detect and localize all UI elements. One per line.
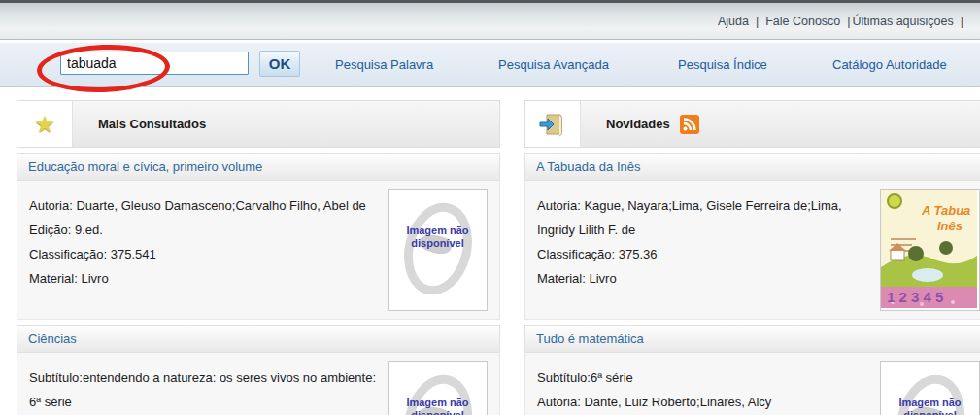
panel-novidades: Novidades A Tabuada da Inês Autoria: Kag… [524,100,980,415]
item-body: Autoria: Kague, Nayara;Lima, Gisele Ferr… [524,181,980,320]
item-line: Classificação: 375.36 [537,242,868,266]
panel-header: Novidades [524,100,980,148]
search-input[interactable] [60,52,249,75]
rss-icon[interactable] [680,115,699,134]
topbar-link-fale-conosco[interactable]: Fale Conosco [765,15,840,28]
nav-pesquisa-indice[interactable]: Pesquisa Índice [678,43,767,86]
new-book-icon [525,101,581,147]
book-cover-image: A Tabua Inês 1 2 3 4 5 [881,190,977,308]
item-line: Autoria: Duarte, Gleuso Damasceno;Carval… [29,193,376,218]
item-line: Material: Livro [537,266,868,291]
topbar: Ajuda | Fale Conosco | Últimas aquisiçõe… [0,0,980,40]
panel-header: ★ Mais Consultados [17,100,500,148]
item-details: Subtítulo:entendendo a natureza: os sere… [17,361,388,415]
search-toolbar: OK Pesquisa Palavra Pesquisa Avançada Pe… [0,43,980,87]
item-title-link[interactable]: Ciências [17,325,500,353]
list-item: Ciências Subtítulo:entendendo a natureza… [17,325,500,415]
item-title-link[interactable]: Tudo é matemática [524,325,980,353]
list-item: Tudo é matemática Subtítulo:6ª série Aut… [524,325,980,415]
no-image-thumbnail[interactable]: Imagem não disponível [880,361,980,415]
nav-pesquisa-palavra[interactable]: Pesquisa Palavra [335,43,433,86]
separator: | [756,15,759,28]
topbar-links: Ajuda | Fale Conosco | Últimas aquisiçõe… [718,3,970,40]
no-image-text: Imagem não disponível [389,225,487,250]
item-details: Autoria: Kague, Nayara;Lima, Gisele Ferr… [525,189,880,311]
topbar-link-ultimas-aquisicoes[interactable]: Últimas aquisições [853,15,954,28]
item-body: Autoria: Duarte, Gleuso Damasceno;Carval… [17,181,500,320]
item-line: Classificação: 375.541 [29,242,376,266]
item-line: Material: Livro [29,266,376,291]
nav-pesquisa-avancada[interactable]: Pesquisa Avançada [498,43,609,86]
nav-catalogo-autoridade[interactable]: Catálogo Autoridade [832,43,947,86]
item-title-link[interactable]: Educação moral e cívica, primeiro volume [17,153,500,181]
item-line: Edição: 9.ed. [29,218,376,242]
item-body: Subtítulo:entendendo a natureza: os sere… [17,353,500,415]
list-item: A Tabuada da Inês Autoria: Kague, Nayara… [524,153,980,320]
svg-text:A Tabua: A Tabua [921,203,970,218]
panel-mais-consultados: ★ Mais Consultados Educação moral e cívi… [17,100,500,415]
panel-title: Mais Consultados [73,101,206,147]
item-details: Autoria: Duarte, Gleuso Damasceno;Carval… [17,189,388,311]
no-image-thumbnail[interactable]: Imagem não disponível [388,189,488,311]
item-line: Autoria: Dante, Luiz Roberto;Linares, Al… [537,390,868,414]
item-line: Subtítulo:6ª série [537,365,868,390]
svg-text:Inês: Inês [937,219,963,233]
star-icon: ★ [17,101,73,147]
panel-title: Novidades [606,117,670,131]
list-item: Educação moral e cívica, primeiro volume… [17,153,500,320]
no-image-text: Imagem não disponível [389,397,487,415]
item-line: Autoria: Kague, Nayara;Lima, Gisele Ferr… [537,193,868,242]
separator: | [847,15,850,28]
separator: | [961,15,963,28]
book-cover-thumbnail[interactable]: A Tabua Inês 1 2 3 4 5 [880,189,980,311]
no-image-text: Imagem não disponível [881,397,979,415]
search-ok-button[interactable]: OK [259,51,300,77]
no-image-thumbnail[interactable]: Imagem não disponível [388,361,488,415]
svg-text:1 2 3 4 5: 1 2 3 4 5 [887,289,943,305]
item-line: Subtítulo:entendendo a natureza: os sere… [29,365,376,414]
item-body: Subtítulo:6ª série Autoria: Dante, Luiz … [524,353,980,415]
item-title-link[interactable]: A Tabuada da Inês [524,153,980,181]
topbar-link-ajuda[interactable]: Ajuda [718,15,749,28]
item-details: Subtítulo:6ª série Autoria: Dante, Luiz … [525,361,880,415]
